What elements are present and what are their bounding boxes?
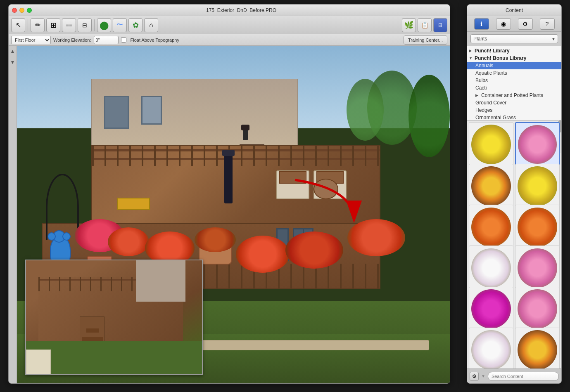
water-tool[interactable]: 〜 <box>113 18 127 32</box>
window-title: 175_Exterior_DnD_Before.PRO <box>36 7 446 13</box>
search-input[interactable] <box>488 372 559 381</box>
stove-pipe <box>224 154 233 203</box>
blueprint-tool[interactable]: 📋 <box>418 18 432 32</box>
elevation-input[interactable] <box>94 36 119 44</box>
tree-bg-2 <box>347 79 384 141</box>
plant-item-9[interactable] <box>469 287 513 331</box>
close-button[interactable] <box>12 8 17 13</box>
tree-item-hedges[interactable]: Hedges <box>467 106 561 114</box>
render-tool[interactable]: 🌿 <box>402 18 416 32</box>
mini-house <box>136 260 185 302</box>
tree-bonus-library[interactable]: ▼ Punch! Bonus Library <box>467 54 561 62</box>
tree-bg-3 <box>408 75 450 157</box>
plant-item-1[interactable] <box>469 122 513 167</box>
window-left <box>104 96 129 129</box>
plant-item-6[interactable] <box>515 205 560 249</box>
plant-item-11[interactable] <box>469 328 513 368</box>
window-controls <box>12 8 32 13</box>
tree-bonus-library-label: Punch! Bonus Library <box>475 55 526 61</box>
plant-thumb-5 <box>471 208 511 247</box>
plant-thumb-1 <box>471 125 511 164</box>
floor-select[interactable]: First Floor Second Floor <box>11 36 51 44</box>
plant-tool[interactable]: ✿ <box>128 18 142 32</box>
content-tabs: ℹ ◉ ⚙ ? <box>467 16 561 32</box>
tree-item-aquatic[interactable]: Aquatic Plants <box>467 69 561 77</box>
view3d-tool[interactable]: 🖥 <box>433 18 447 32</box>
railing-top <box>92 146 380 166</box>
planter-box <box>117 198 150 210</box>
topography-checkbox[interactable] <box>121 37 126 43</box>
library-tree: ▶ Punch! Library ▼ Punch! Bonus Library … <box>467 46 561 120</box>
window-mid <box>141 96 162 125</box>
plant-thumb-8 <box>518 248 557 288</box>
training-button[interactable]: Training Center... <box>404 35 447 45</box>
tree-bulbs-label: Bulbs <box>475 78 488 83</box>
cursor-tool[interactable]: ↖ <box>11 18 25 32</box>
plant-thumb-12 <box>518 330 557 368</box>
content-panel: Content ℹ ◉ ⚙ ? Plants Structures Furnit… <box>467 4 562 384</box>
building-tool[interactable]: ⌂ <box>144 18 158 32</box>
mini-ground <box>26 341 202 374</box>
tree-item-annuals[interactable]: Annuals <box>467 62 561 69</box>
flowers-mid-2 <box>285 231 343 269</box>
minimize-button[interactable] <box>19 8 24 13</box>
ruler-up[interactable]: ▲ <box>10 47 15 55</box>
toolbar: ↖ ✏ ⊞ ≡≡ ⊟ ⬤ 〜 ✿ ⌂ 🌿 📋 🖥 <box>9 16 450 34</box>
plant-thumb-9 <box>471 289 511 328</box>
draw-tool[interactable]: ✏ <box>31 18 45 32</box>
mini-preview <box>25 260 203 375</box>
tab-settings[interactable]: ⚙ <box>518 18 533 30</box>
tree-collapsed-icon: ▶ <box>469 49 473 53</box>
mini-preview-inner <box>26 260 202 374</box>
flowers-pot <box>195 227 236 252</box>
camera-tool[interactable]: ⊟ <box>78 18 92 32</box>
content-panel-title: Content <box>506 7 523 13</box>
tree-item-container[interactable]: ▶ Container and Potted Plants <box>467 92 561 99</box>
plant-item-10[interactable] <box>515 287 560 331</box>
tree-item-groundcover[interactable]: Ground Cover <box>467 99 561 106</box>
plant-thumb-2 <box>518 125 557 164</box>
topography-label: Float Above Topography <box>131 38 179 43</box>
plant-item-5[interactable] <box>469 205 513 249</box>
tree-item-cacti[interactable]: Cacti <box>467 84 561 92</box>
toolbar-separator <box>28 19 28 31</box>
plant-thumb-7 <box>471 248 511 288</box>
tab-view[interactable]: ◉ <box>496 18 511 30</box>
tree-groundcover-label: Ground Cover <box>475 100 506 106</box>
title-bar: 175_Exterior_DnD_Before.PRO <box>9 5 450 16</box>
elevation-tool[interactable]: ≡≡ <box>62 18 76 32</box>
tree-item-ornamental[interactable]: Ornamental Grass <box>467 114 561 120</box>
floor-plan-tool[interactable]: ⊞ <box>46 18 60 32</box>
plant-thumb-4 <box>518 166 557 205</box>
lantern <box>243 128 248 140</box>
plant-item-7[interactable] <box>469 246 513 290</box>
mini-counter <box>26 349 51 374</box>
plant-item-8[interactable] <box>515 246 560 290</box>
tab-info[interactable]: ℹ <box>474 18 489 30</box>
garden-arch <box>46 174 79 240</box>
flowers-left-2 <box>108 227 149 256</box>
gear-button[interactable]: ⚙ <box>470 372 479 381</box>
flowers-mid-1 <box>236 236 290 273</box>
dropdown-arrow-icon: ▼ <box>481 374 485 378</box>
tab-help[interactable]: ? <box>540 18 555 30</box>
maximize-button[interactable] <box>27 8 32 13</box>
options-bar: First Floor Second Floor Working Elevati… <box>9 34 450 46</box>
content-area: ▲ ▼ <box>9 46 450 383</box>
category-select[interactable]: Plants Structures Furniture Lighting Wat… <box>470 34 558 43</box>
tree-container-arrow: ▶ <box>475 93 480 97</box>
left-ruler: ▲ ▼ <box>9 46 17 383</box>
table <box>314 179 338 199</box>
tree-item-bulbs[interactable]: Bulbs <box>467 77 561 84</box>
viewport[interactable] <box>17 46 450 383</box>
tree-annuals-label: Annuals <box>475 63 493 68</box>
terrain-tool[interactable]: ⬤ <box>97 18 111 32</box>
tree-punch-library[interactable]: ▶ Punch! Library <box>467 47 561 54</box>
plant-item-12[interactable] <box>515 328 560 368</box>
content-title-bar: Content <box>467 5 561 16</box>
plant-item-4[interactable] <box>515 164 560 208</box>
ruler-down[interactable]: ▼ <box>10 59 15 66</box>
tree-aquatic-label: Aquatic Plants <box>475 70 507 76</box>
plant-item-3[interactable] <box>469 164 513 208</box>
plant-item-2[interactable] <box>515 122 560 167</box>
